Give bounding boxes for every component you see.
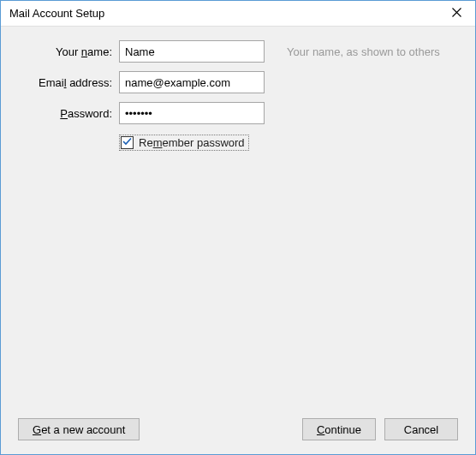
check-icon <box>122 136 132 149</box>
dialog-content: Your name: Your name, as shown to others… <box>1 27 475 454</box>
titlebar: Mail Account Setup <box>1 1 475 27</box>
dialog-footer: Get a new account Continue Cancel <box>18 408 458 454</box>
name-input[interactable] <box>119 40 265 63</box>
account-form: Your name: Your name, as shown to others… <box>18 40 458 151</box>
window-title: Mail Account Setup <box>9 7 104 20</box>
email-label: Email address: <box>18 76 112 89</box>
continue-button[interactable]: Continue <box>302 418 376 440</box>
remember-password-label[interactable]: Remember password <box>139 136 245 149</box>
mail-account-setup-window: Mail Account Setup Your name: Your name,… <box>0 0 476 455</box>
password-input[interactable] <box>119 102 265 124</box>
close-icon <box>452 7 461 20</box>
remember-password-checkbox[interactable] <box>121 136 134 149</box>
name-label: Your name: <box>18 45 112 58</box>
email-input[interactable] <box>119 71 265 93</box>
name-hint: Your name, as shown to others <box>271 45 458 58</box>
get-new-account-button[interactable]: Get a new account <box>18 418 140 440</box>
cancel-button[interactable]: Cancel <box>384 418 458 440</box>
password-label: Password: <box>18 107 112 120</box>
remember-password-row: Remember password <box>119 135 458 151</box>
close-button[interactable] <box>437 1 475 27</box>
